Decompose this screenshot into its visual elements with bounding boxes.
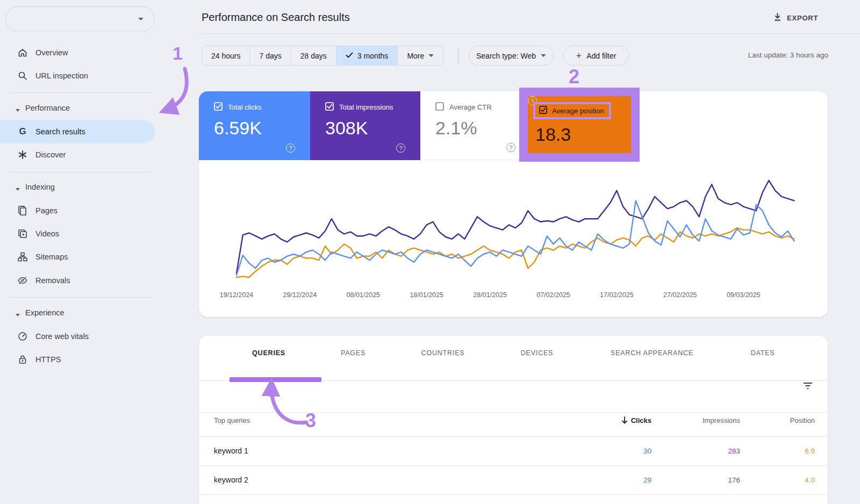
column-header-top-queries[interactable]: Top queries <box>214 416 250 424</box>
checkbox-checked-icon <box>214 102 223 112</box>
chart-x-tick-label: 27/02/2025 <box>663 291 697 299</box>
sidebar-section-experience[interactable]: Experience <box>0 304 155 322</box>
sidebar-item-removals[interactable]: Removals <box>0 269 155 292</box>
sidebar-section-label: Indexing <box>25 183 55 191</box>
chart-x-tick-label: 19/12/2024 <box>220 291 254 299</box>
metric-tile-average-ctr[interactable]: Average CTR 2.1% ? <box>420 91 531 160</box>
table-divider <box>199 436 828 437</box>
chevron-down-icon <box>138 18 144 20</box>
chart-line-average-position <box>236 228 794 277</box>
sitemaps-icon <box>17 251 28 262</box>
column-header-clicks[interactable]: Clicks <box>621 416 651 426</box>
search-icon <box>17 70 28 81</box>
sidebar-item-url-inspection[interactable]: URL inspection <box>0 64 155 88</box>
chevron-down-icon <box>541 54 546 57</box>
tab-countries[interactable]: COUNTRIES <box>421 349 465 357</box>
sidebar-item-videos[interactable]: Videos <box>0 222 155 246</box>
sidebar-item-https[interactable]: HTTPS <box>0 348 155 371</box>
property-selector[interactable] <box>5 6 155 31</box>
chart-x-axis: 19/12/202429/12/202408/01/202518/01/2025… <box>199 291 828 302</box>
sidebar-item-label: HTTPS <box>35 355 61 364</box>
help-icon[interactable]: ? <box>506 143 515 152</box>
tab-pages[interactable]: PAGES <box>341 349 366 357</box>
add-filter-button[interactable]: + Add filter <box>563 46 629 66</box>
metric-tile-average-position[interactable]: Average position 18.3 ? <box>528 96 631 153</box>
column-header-impressions[interactable]: Impressions <box>703 416 740 424</box>
chart-x-tick-label: 09/03/2025 <box>727 291 761 299</box>
chevron-down-icon <box>15 310 20 315</box>
sidebar-section-indexing[interactable]: Indexing <box>0 178 155 196</box>
download-icon <box>773 12 782 24</box>
sort-arrow-down-icon <box>621 416 628 426</box>
eye-off-icon <box>17 275 28 286</box>
sidebar-section-label: Experience <box>25 308 64 317</box>
annotation-step-3: 3 <box>305 409 316 432</box>
export-label: EXPORT <box>787 14 818 22</box>
lock-icon <box>17 354 28 365</box>
table-filter-icon[interactable] <box>802 380 814 394</box>
tab-search-appearance[interactable]: SEARCH APPEARANCE <box>611 349 693 357</box>
range-24-hours[interactable]: 24 hours <box>202 46 250 65</box>
performance-chart-card: Total clicks 6.59K ? Total impressions 3… <box>199 91 828 317</box>
range-more-dropdown[interactable]: More <box>398 46 443 65</box>
position-cell: 4.0 <box>805 476 815 484</box>
sidebar-item-overview[interactable]: Overview <box>0 41 155 64</box>
metric-label: Total clicks <box>228 103 262 111</box>
tab-queries[interactable]: QUERIES <box>252 349 285 357</box>
annotation-label-outline: Average position <box>533 102 611 119</box>
sidebar-item-search-results[interactable]: G Search results <box>0 120 155 143</box>
pages-icon <box>17 205 28 216</box>
speedometer-icon <box>17 331 28 342</box>
search-type-dropdown[interactable]: Search type: Web <box>469 46 554 66</box>
google-g-icon: G <box>17 126 28 137</box>
chevron-down-icon <box>15 105 20 111</box>
home-icon <box>17 47 28 58</box>
position-cell: 6.9 <box>805 447 815 455</box>
range-28-days[interactable]: 28 days <box>291 46 336 65</box>
range-7-days[interactable]: 7 days <box>250 46 291 65</box>
metric-tile-total-clicks[interactable]: Total clicks 6.59K ? <box>199 91 310 160</box>
table-divider <box>199 494 828 495</box>
tab-devices[interactable]: DEVICES <box>521 349 553 357</box>
sidebar-divider <box>10 92 152 93</box>
sidebar-item-label: Core web vitals <box>35 332 89 341</box>
column-header-position[interactable]: Position <box>790 416 815 424</box>
sidebar-item-label: Sitemaps <box>35 253 68 261</box>
sidebar-section-performance[interactable]: Performance <box>0 99 155 117</box>
sidebar-item-pages[interactable]: Pages <box>0 199 155 222</box>
help-icon[interactable]: ? <box>286 143 295 153</box>
sidebar-divider <box>10 297 152 298</box>
chart-x-tick-label: 07/02/2025 <box>536 291 570 299</box>
sidebar-item-label: URL inspection <box>35 71 88 80</box>
sidebar-item-core-web-vitals[interactable]: Core web vitals <box>0 325 155 348</box>
metric-value: 2.1% <box>435 118 531 139</box>
sidebar-item-sitemaps[interactable]: Sitemaps <box>0 245 155 269</box>
sidebar-section-label: Performance <box>25 104 70 112</box>
annotation-tab-underline <box>230 377 321 382</box>
chart-x-tick-label: 29/12/2024 <box>283 291 317 299</box>
checkbox-checked-icon <box>539 106 547 116</box>
checkbox-unchecked-icon <box>435 102 444 112</box>
date-range-group: 24 hours 7 days 28 days 3 months More <box>202 46 443 66</box>
range-3-months[interactable]: 3 months <box>336 46 398 65</box>
videos-icon <box>17 228 28 239</box>
chart-x-tick-label: 17/02/2025 <box>600 291 634 299</box>
sidebar: Overview URL inspection Performance G Se… <box>0 0 161 504</box>
help-icon[interactable]: ? <box>396 143 405 153</box>
sidebar-item-label: Removals <box>35 276 70 285</box>
impressions-cell: 283 <box>728 447 740 455</box>
annotation-highlight-frame: Average position 18.3 ? <box>519 88 640 162</box>
query-cell[interactable]: keyword 2 <box>214 476 248 484</box>
metric-label: Total impressions <box>339 103 393 111</box>
query-cell[interactable]: keyword 1 <box>214 447 248 455</box>
sidebar-item-label: Overview <box>35 48 68 57</box>
export-button[interactable]: EXPORT <box>773 11 818 25</box>
sidebar-item-discover[interactable]: Discover <box>0 143 155 167</box>
chevron-down-icon <box>15 184 20 190</box>
metric-tile-total-impressions[interactable]: Total impressions 308K ? <box>310 91 420 160</box>
last-update-text: Last update: 3 hours ago <box>748 51 828 59</box>
sidebar-item-label: Search results <box>35 127 85 136</box>
annotation-step-2: 2 <box>569 66 579 88</box>
tab-dates[interactable]: DATES <box>751 349 775 357</box>
chart-line-total-impressions <box>236 181 794 273</box>
